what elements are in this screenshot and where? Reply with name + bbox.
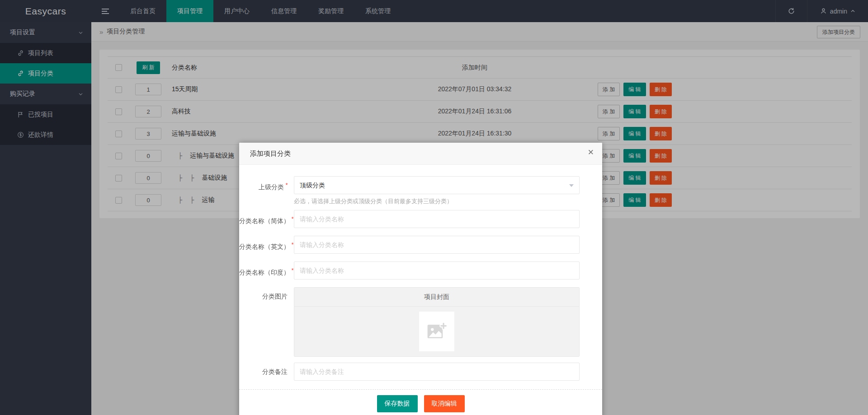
cancel-button[interactable]: 取消编辑: [424, 395, 465, 412]
parent-category-hint: 必选，请选择上级分类或顶级分类（目前最多支持三级分类）: [294, 198, 580, 204]
close-icon[interactable]: ✕: [588, 149, 594, 156]
name-in-input[interactable]: [294, 261, 580, 280]
remark-input[interactable]: [294, 363, 580, 381]
upload-panel-title: 项目封面: [294, 288, 579, 307]
image-upload-button[interactable]: [419, 312, 454, 351]
required-mark: *: [285, 182, 288, 188]
field-remark: 分类备注: [239, 363, 602, 381]
name-cn-input[interactable]: [294, 210, 580, 228]
field-name-cn: 分类名称（简体）*: [239, 210, 602, 230]
image-placeholder-icon: [426, 321, 447, 342]
modal-body: 上级分类* 顶级分类 必选，请选择上级分类或顶级分类（目前最多支持三级分类） 分…: [239, 165, 602, 415]
field-name-in: 分类名称（印度）*: [239, 261, 602, 281]
save-button[interactable]: 保存数据: [377, 395, 418, 412]
required-mark: *: [291, 215, 293, 222]
field-image: 分类图片 项目封面: [239, 287, 602, 357]
image-upload-panel: 项目封面: [294, 287, 580, 357]
chevron-down-icon: [569, 184, 574, 187]
modal-header: 添加项目分类 ✕: [239, 143, 602, 165]
name-en-input[interactable]: [294, 236, 580, 254]
required-mark: *: [291, 267, 293, 274]
modal-footer: 保存数据 取消编辑: [239, 389, 602, 415]
field-parent-category: 上级分类* 顶级分类 必选，请选择上级分类或顶级分类（目前最多支持三级分类）: [239, 176, 602, 204]
required-mark: *: [291, 241, 293, 248]
modal-title: 添加项目分类: [250, 149, 291, 158]
add-category-modal: 添加项目分类 ✕ 上级分类* 顶级分类 必选，请选择上级分类或顶级分类（目前最多…: [239, 143, 602, 415]
parent-category-select[interactable]: 顶级分类: [294, 176, 580, 194]
field-name-en: 分类名称（英文）*: [239, 236, 602, 256]
